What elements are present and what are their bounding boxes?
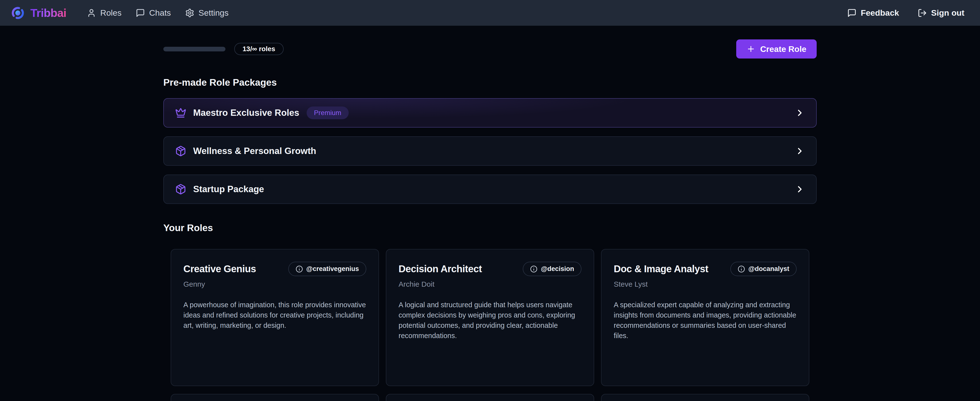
role-card-decision-architect[interactable]: Decision Architect @decision Archie Doit… — [386, 249, 594, 386]
nav-label: Sign out — [931, 8, 964, 18]
your-roles-section-title: Your Roles — [163, 222, 817, 233]
brand-logo[interactable]: Tribbai — [11, 6, 66, 20]
role-handle: @decision — [541, 265, 574, 273]
chat-icon — [136, 8, 145, 18]
role-card-title: Creative Genius — [183, 264, 256, 275]
brand-name: Tribbai — [30, 6, 66, 19]
card-head: Decision Architect @decision — [399, 262, 581, 276]
role-card-doc-image-analyst[interactable]: Doc & Image Analyst @docanalyst Steve Ly… — [601, 249, 809, 386]
role-card[interactable] — [601, 394, 809, 401]
role-card-creative-genius[interactable]: Creative Genius @creativegenius Genny A … — [171, 249, 379, 386]
role-card-subtitle: Archie Doit — [399, 280, 581, 288]
package-row-maestro[interactable]: Maestro Exclusive Roles Premium — [163, 98, 817, 128]
nav-label: Feedback — [861, 8, 899, 18]
roles-topbar: 13/∞ roles Create Role — [163, 40, 817, 59]
feedback-button[interactable]: Feedback — [847, 8, 899, 18]
nav-label: Chats — [149, 8, 171, 18]
navbar-right: Feedback Sign out — [847, 8, 964, 18]
info-icon — [738, 265, 745, 273]
plus-icon — [746, 45, 755, 53]
role-handle-pill[interactable]: @decision — [523, 262, 581, 276]
create-role-label: Create Role — [760, 44, 807, 54]
chevron-right-icon — [795, 184, 805, 194]
package-title: Startup Package — [193, 184, 264, 194]
chat-icon — [847, 8, 856, 18]
package-row-startup[interactable]: Startup Package — [163, 174, 817, 204]
role-card-title: Doc & Image Analyst — [614, 264, 708, 275]
roles-usage-badge: 13/∞ roles — [234, 43, 284, 55]
info-icon — [530, 265, 538, 273]
package-icon — [175, 145, 186, 157]
card-head: Creative Genius @creativegenius — [183, 262, 366, 276]
nav-item-roles[interactable]: Roles — [87, 8, 121, 18]
role-handle-pill[interactable]: @creativegenius — [288, 262, 366, 276]
package-title: Maestro Exclusive Roles — [193, 108, 299, 118]
role-card[interactable] — [386, 394, 594, 401]
role-cards-wrap: Creative Genius @creativegenius Genny A … — [163, 249, 817, 401]
nav-item-settings[interactable]: Settings — [185, 8, 229, 18]
roles-page: 13/∞ roles Create Role Pre-made Role Pac… — [163, 40, 817, 401]
role-card-subtitle: Steve Lyst — [614, 280, 797, 288]
nav-label: Settings — [199, 8, 229, 18]
package-title: Wellness & Personal Growth — [193, 146, 316, 156]
chevron-right-icon — [795, 108, 805, 118]
packages-section-title: Pre-made Role Packages — [163, 77, 817, 88]
info-icon — [296, 265, 303, 273]
role-handle: @docanalyst — [748, 265, 789, 273]
navbar: Tribbai Roles Chats Settings — [0, 0, 980, 26]
role-handle: @creativegenius — [306, 265, 359, 273]
logout-icon — [918, 8, 927, 18]
package-row-wellness[interactable]: Wellness & Personal Growth — [163, 136, 817, 166]
role-card-description: A powerhouse of imagination, this role p… — [183, 300, 366, 331]
role-cards-grid: Creative Genius @creativegenius Genny A … — [171, 249, 809, 401]
sign-out-button[interactable]: Sign out — [918, 8, 964, 18]
create-role-button[interactable]: Create Role — [736, 40, 817, 59]
gear-icon — [185, 8, 194, 18]
card-head: Doc & Image Analyst @docanalyst — [614, 262, 797, 276]
role-card-subtitle: Genny — [183, 280, 366, 288]
user-icon — [87, 8, 96, 18]
premium-badge: Premium — [307, 107, 349, 119]
role-handle-pill[interactable]: @docanalyst — [730, 262, 797, 276]
crown-icon — [175, 107, 186, 118]
role-card[interactable] — [171, 394, 379, 401]
package-icon — [175, 184, 186, 195]
tribbai-logo-icon — [11, 6, 25, 20]
role-card-title: Decision Architect — [399, 264, 482, 275]
chevron-right-icon — [795, 146, 805, 156]
role-card-description: A logical and structured guide that help… — [399, 300, 581, 341]
nav-item-chats[interactable]: Chats — [136, 8, 171, 18]
role-card-description: A specialized expert capable of analyzin… — [614, 300, 797, 341]
nav-label: Roles — [100, 8, 121, 18]
roles-usage-progress — [163, 47, 226, 51]
